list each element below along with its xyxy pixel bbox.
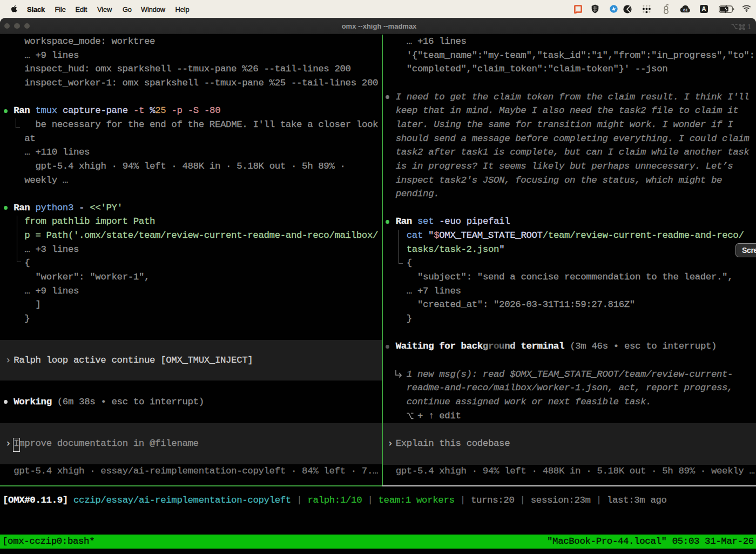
svg-text:61: 61 [683,8,687,12]
